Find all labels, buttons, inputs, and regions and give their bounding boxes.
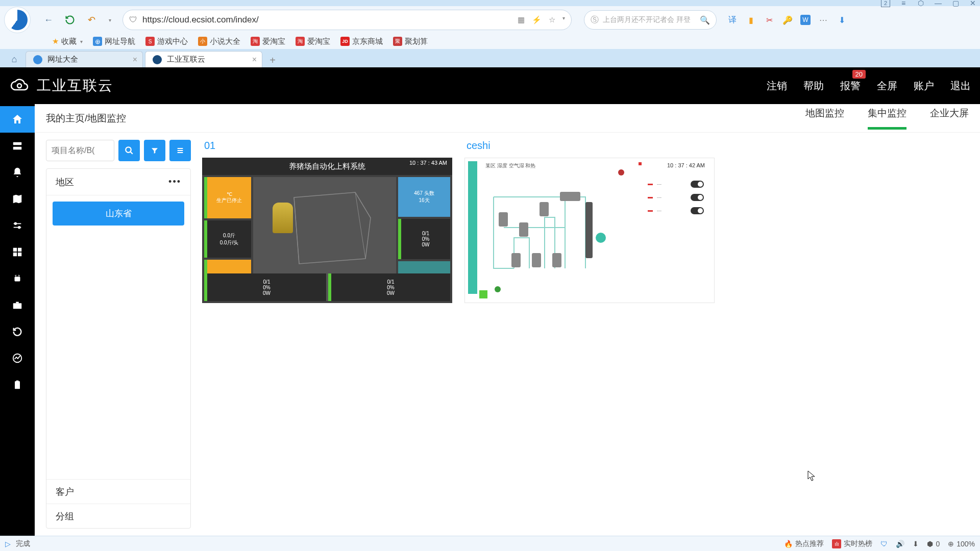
nav-help[interactable]: 帮助 <box>803 79 824 93</box>
app-logo[interactable]: 工业互联云 <box>9 76 113 96</box>
project-preview: 养猪场自动化上料系统 10 : 37 : 43 AM ℃生产已停止 0.0斤0.… <box>202 158 452 303</box>
sidebar-map[interactable] <box>0 186 35 212</box>
volume-icon[interactable]: 🔊 <box>896 540 904 548</box>
address-bar[interactable]: 🛡 https://cloud.ecsiot.com/index/ ▦ ⚡ ☆ … <box>122 10 572 30</box>
dropdown-icon[interactable]: ▾ <box>562 15 565 24</box>
bookmark-taobao1[interactable]: 淘爱淘宝 <box>251 37 285 46</box>
svg-rect-6 <box>13 253 17 256</box>
alarm-dot-2 <box>639 162 642 165</box>
sidebar-android[interactable] <box>0 265 35 292</box>
bookmark-bar: ★收藏▾ ⊕网址导航 S游戏中心 小小说大全 淘爱淘宝 淘爱淘宝 JD京东商城 … <box>0 34 980 49</box>
customer-section[interactable]: 客户 <box>46 479 190 504</box>
shield-status-icon[interactable]: 🛡 <box>880 540 888 548</box>
nav-fullscreen[interactable]: 全屏 <box>877 79 897 93</box>
browser-tab-1[interactable]: 网址大全 × <box>26 51 143 67</box>
nav-alarm[interactable]: 20 报警 <box>840 79 861 93</box>
translate-icon[interactable]: 译 <box>727 14 738 26</box>
sidebar-grid[interactable] <box>0 239 35 265</box>
region-shandong[interactable]: 山东省 <box>53 202 184 226</box>
search-icon[interactable]: 🔍 <box>700 15 710 25</box>
sidebar-bell[interactable] <box>0 159 35 186</box>
group-section[interactable]: 分组 <box>46 504 190 528</box>
breadcrumb-home[interactable]: 我的主页 <box>46 113 85 123</box>
zoom-level[interactable]: ⊕100% <box>948 540 975 548</box>
note-icon[interactable]: ▮ <box>745 14 756 26</box>
download-status-icon[interactable]: ⬇ <box>913 540 919 548</box>
word-icon[interactable]: W <box>800 15 811 25</box>
key-icon[interactable]: 🔑 <box>782 14 793 26</box>
minimize-icon[interactable]: — <box>934 0 942 7</box>
hot-topics[interactable]: 🔥热点推荐 <box>784 539 824 548</box>
tab-count-badge[interactable]: 2 <box>881 0 890 7</box>
pin-icon[interactable]: ⬡ <box>917 0 925 7</box>
alarm-dot <box>618 169 624 176</box>
new-tab-button[interactable]: + <box>264 53 281 67</box>
region-header[interactable]: 地区 ••• <box>46 169 190 195</box>
bookmark-games[interactable]: S游戏中心 <box>145 37 188 46</box>
mini-time: 10 : 37 : 42 AM <box>667 162 705 168</box>
sidebar-chart[interactable] <box>0 345 35 371</box>
browser-logo[interactable] <box>4 7 31 33</box>
undo-dropdown-icon[interactable]: ▾ <box>101 11 118 29</box>
cloud-icon <box>9 76 30 96</box>
dashboard-time: 10 : 37 : 43 AM <box>409 160 447 166</box>
nav-logout[interactable]: 注销 <box>767 79 787 93</box>
close-icon[interactable]: ✕ <box>969 0 977 7</box>
realtime-trending[interactable]: ılı实时热榜 <box>832 539 872 548</box>
flash-icon[interactable]: ⚡ <box>532 15 542 24</box>
browser-tab-2[interactable]: 工业互联云 × <box>145 51 262 67</box>
dashboard-title: 养猪场自动化上料系统 <box>289 162 365 171</box>
play-icon[interactable]: ▷ <box>5 540 11 548</box>
sidebar-refresh[interactable] <box>0 318 35 345</box>
refresh-button[interactable] <box>61 11 79 29</box>
svg-point-10 <box>18 275 19 276</box>
nav-exit[interactable]: 退出 <box>950 79 971 93</box>
project-card-01[interactable]: 01 养猪场自动化上料系统 10 : 37 : 43 AM ℃生产已停止 0.0… <box>202 140 452 303</box>
bookmark-taobao2[interactable]: 淘爱淘宝 <box>296 37 330 46</box>
bookmark-nav[interactable]: ⊕网址导航 <box>93 37 135 46</box>
tab-close-icon[interactable]: × <box>133 55 137 64</box>
tab-enterprise-screen[interactable]: 企业大屏 <box>930 107 969 130</box>
project-card-ceshi[interactable]: ceshi 某区 湿度 空气湿 和热 10 : 37 : 42 AM <box>464 140 715 303</box>
bookmark-ju[interactable]: 聚聚划算 <box>393 37 428 46</box>
sidebar-server[interactable] <box>0 133 35 159</box>
scissors-icon[interactable]: ✂ <box>764 14 775 26</box>
svg-point-3 <box>18 227 20 229</box>
bookmark-jd[interactable]: JD京东商城 <box>340 37 383 46</box>
window-titlebar: 2 ≡ ⬡ — ▢ ✕ <box>0 0 980 6</box>
block-count[interactable]: ⬢0 <box>927 540 940 548</box>
sidebar-home[interactable] <box>0 106 35 133</box>
tab-close-icon[interactable]: × <box>252 55 257 64</box>
tab-map-monitor[interactable]: 地图监控 <box>805 107 844 130</box>
search-button[interactable] <box>118 140 140 161</box>
tab-focus-monitor[interactable]: 集中监控 <box>868 107 906 130</box>
maximize-icon[interactable]: ▢ <box>951 0 960 7</box>
bookmark-novels[interactable]: 小小说大全 <box>198 37 240 46</box>
svg-rect-11 <box>13 303 22 309</box>
menu-icon[interactable]: ≡ <box>899 0 908 7</box>
sidebar-briefcase[interactable] <box>0 292 35 318</box>
sidebar-clipboard[interactable] <box>0 371 35 398</box>
svg-rect-21 <box>511 253 521 267</box>
list-button[interactable] <box>169 140 191 161</box>
undo-button[interactable]: ↶ <box>83 11 100 29</box>
tile-count: 467 头数16天 <box>398 177 450 217</box>
favorites-button[interactable]: ★收藏▾ <box>52 37 83 46</box>
url-text[interactable]: https://cloud.ecsiot.com/index/ <box>142 15 512 25</box>
more-icon[interactable]: ⋯ <box>818 14 829 26</box>
tab-title: 网址大全 <box>47 55 78 64</box>
filter-button[interactable] <box>144 140 165 161</box>
nav-account[interactable]: 账户 <box>914 79 934 93</box>
more-icon[interactable]: ••• <box>168 177 181 187</box>
search-box[interactable]: Ⓢ 上台两月还不开记者会 拜登 🔍 <box>584 10 717 30</box>
svg-rect-19 <box>560 192 580 201</box>
star-icon[interactable]: ☆ <box>549 15 555 24</box>
qr-icon[interactable]: ▦ <box>518 15 525 24</box>
sidebar-settings[interactable] <box>0 212 35 239</box>
toggle-2 <box>691 194 704 201</box>
download-icon[interactable]: ⬇ <box>836 14 847 26</box>
browser-status-bar: ▷ 完成 🔥热点推荐 ılı实时热榜 🛡 🔊 ⬇ ⬢0 ⊕100% <box>0 536 980 551</box>
home-tab-button[interactable]: ⌂ <box>3 51 26 67</box>
back-button[interactable]: ← <box>40 11 57 29</box>
project-search-input[interactable] <box>46 140 114 161</box>
